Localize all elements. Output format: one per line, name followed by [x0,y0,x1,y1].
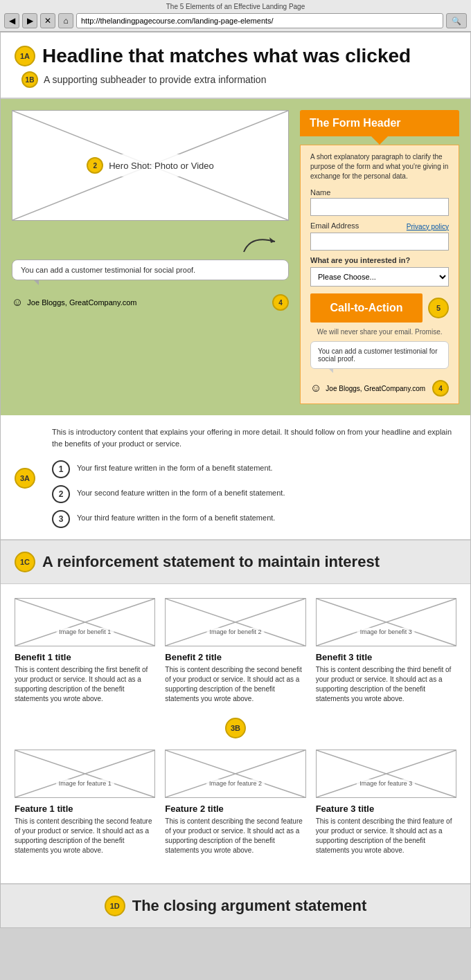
feature-image-svg-3 [317,750,456,797]
email-label: Email Address [310,221,359,230]
privacy-link[interactable]: Privacy policy [407,223,449,230]
feature-num-1: 1 [52,460,70,478]
browser-controls: ◀ ▶ ✕ ⌂ 🔍 [4,13,467,28]
feature-text-2: Your second feature written in the form … [77,485,285,498]
feature-grid-item-1: Image for feature 1 Feature 1 title This… [15,750,155,855]
testimonial-container-1: You can add a customer testimonial for s… [12,255,289,311]
benefit-item-1: Image for benefit 1 Benefit 1 title This… [15,598,155,704]
forward-button[interactable]: ▶ [22,13,37,28]
subheader-row: 1B A supporting subheader to provide ext… [21,71,456,88]
badge-3a-container: 3A [15,426,35,528]
smiley-icon-1: ☺ [12,296,23,309]
feature-num-3: 3 [52,510,70,528]
feature-item-1: 1 Your first feature written in the form… [52,460,456,478]
headline-section: 1A Headline that matches what was clicke… [1,33,470,99]
intro-text: This is introductory content that explai… [52,426,456,449]
grid-section: Image for benefit 1 Benefit 1 title This… [1,584,470,884]
benefit-desc-1: This is content describing the first ben… [15,665,155,704]
name-input[interactable] [310,198,449,216]
benefits-grid: Image for benefit 1 Benefit 1 title This… [15,598,456,704]
feature-image-label-1: Image for feature 1 [56,779,114,788]
question-label: What are you interested in? [310,256,449,264]
form-testimonial-box: You can add a customer testimonial for s… [310,341,449,369]
benefit-image-1: Image for benefit 1 [15,598,155,646]
form-header-triangle [371,136,388,145]
feature-grid-title-1: Feature 1 title [15,804,155,814]
feature-image-1: Image for feature 1 [15,750,155,798]
hero-section: 2 Hero Shot: Photo or Video You can add … [1,99,470,415]
benefit-image-svg-2 [166,599,305,646]
form-body: A short explanatory paragraph to clarify… [300,145,459,404]
hero-left: 2 Hero Shot: Photo or Video You can add … [12,110,289,311]
email-input[interactable] [310,233,449,251]
badge-4b: 4 [432,380,449,397]
svg-marker-2 [269,237,275,243]
closing-text: The closing argument statement [132,897,367,915]
hero-image-box: 2 Hero Shot: Photo or Video [12,110,289,221]
badge-2: 2 [87,157,103,174]
feature-num-2: 2 [52,485,70,503]
feature-grid-item-3: Image for feature 3 Feature 3 title This… [316,750,456,855]
benefit-desc-3: This is content describing the third ben… [316,665,456,704]
feature-text-1: Your first feature written in the form o… [77,460,273,473]
content-section: 3A This is introductory content that exp… [1,415,470,541]
testimonial-author-text-1: Joe Bloggs, GreatCompany.com [27,298,136,307]
benefit-image-label-2: Image for benefit 2 [206,628,264,636]
address-bar[interactable] [76,13,443,28]
feature-image-label-2: Image for feature 2 [206,779,265,788]
feature-image-svg-2 [166,750,305,797]
close-button[interactable]: ✕ [40,13,55,28]
refresh-button[interactable]: 🔍 [446,13,467,28]
form-testimonial-author: ☺ Joe Bloggs, GreatCompany.com 4 [310,380,449,397]
badge-1a: 1A [15,46,35,66]
cta-row: Call-to-Action 5 [310,293,449,323]
reinforcement-section: 1C A reinforcement statement to maintain… [1,541,470,584]
subheader-text: A supporting subheader to provide extra … [44,74,266,85]
browser-title: The 5 Elements of an Effective Landing P… [166,3,305,10]
content-left: This is introductory content that explai… [52,426,456,528]
feature-list: 1 Your first feature written in the form… [52,460,456,528]
testimonial-text-1: You can add a customer testimonial for s… [21,266,195,274]
testimonial-box-1: You can add a customer testimonial for s… [12,260,289,280]
badge-1d: 1D [105,896,125,916]
badge-3b: 3B [225,718,246,738]
benefit-image-label-3: Image for benefit 3 [357,628,415,636]
feature-grid-title-2: Feature 2 title [165,804,305,814]
arrow-svg [240,228,282,255]
form-testimonial-author-text: Joe Bloggs, GreatCompany.com [326,385,425,392]
form-privacy-text: We will never share your email. Promise. [310,328,449,336]
closing-section: 1D The closing argument statement [1,884,470,927]
feature-item-3: 3 Your third feature written in the form… [52,510,456,528]
benefit-image-2: Image for benefit 2 [165,598,305,646]
badge-3b-row: 3B [15,718,456,738]
feature-grid-item-2: Image for feature 2 Feature 2 title This… [165,750,305,855]
cta-button[interactable]: Call-to-Action [310,293,423,323]
benefit-item-3: Image for benefit 3 Benefit 3 title This… [316,598,456,704]
form-header: The Form Header [300,110,459,136]
hero-label: Hero Shot: Photo or Video [109,161,214,171]
benefit-image-svg-1 [15,599,154,646]
page-container: 1A Headline that matches what was clicke… [0,32,471,928]
name-label: Name [310,188,449,197]
home-button[interactable]: ⌂ [58,13,73,28]
form-testimonial-text: You can add a customer testimonial for s… [318,347,438,363]
interest-select[interactable]: Please Choose... [310,267,449,287]
feature-item-2: 2 Your second feature written in the for… [52,485,456,503]
benefit-title-1: Benefit 1 title [15,652,155,662]
benefit-image-label-1: Image for benefit 1 [56,628,114,636]
form-description: A short explanatory paragraph to clarify… [310,152,449,181]
back-button[interactable]: ◀ [4,13,19,28]
feature-grid-desc-2: This is content describing the second fe… [165,817,305,855]
feature-text-3: Your third feature written in the form o… [77,510,275,523]
benefit-desc-2: This is content describing the second be… [165,665,305,704]
benefit-image-3: Image for benefit 3 [316,598,456,646]
form-box: The Form Header A short explanatory para… [300,110,459,404]
benefit-item-2: Image for benefit 2 Benefit 2 title This… [165,598,305,704]
arrow-container [12,228,289,255]
main-headline: Headline that matches what was clicked [42,45,411,67]
badge-4a: 4 [272,294,289,311]
feature-image-svg-1 [15,750,154,797]
email-row: Email Address Privacy policy [310,221,449,231]
benefit-title-2: Benefit 2 title [165,652,305,662]
feature-grid-desc-1: This is content describing the second fe… [15,817,155,855]
